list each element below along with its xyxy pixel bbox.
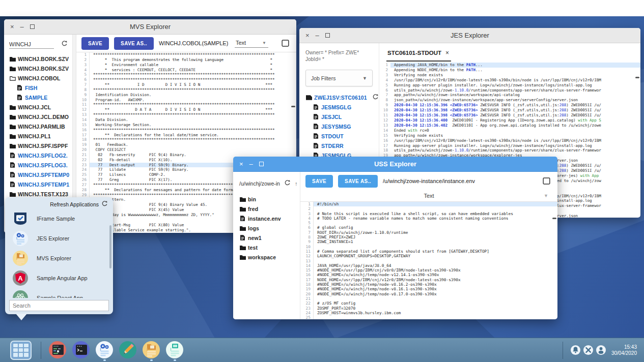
refresh-applications-label[interactable]: Refresh Applications (50, 201, 99, 207)
editor-scrollbar-thumb[interactable] (291, 106, 295, 107)
launcher-app-jes-explorer[interactable]: JES Explorer (5, 228, 113, 248)
jes-titlebar[interactable]: × – JES Explorer (299, 28, 640, 43)
line-number: 8 (76, 87, 90, 93)
line-number: 19 (300, 287, 314, 291)
line-text: /usr/lpp/IBM/cnj/v12r0/IBM/node-latest-o… (390, 138, 640, 143)
uss-path-input[interactable]: /u/winchj/zowe-in (239, 180, 280, 187)
taskbar-pencil-editor-icon[interactable] (119, 341, 137, 361)
line-number: 24 (300, 311, 314, 315)
launcher-app-mvs-explorer[interactable]: MVS Explorer (5, 248, 113, 268)
taskbar-jes-gears-icon[interactable] (95, 341, 114, 361)
mvs-titlebar[interactable]: × – MVS Explorer (4, 19, 296, 35)
open-in-new-icon[interactable] (282, 40, 289, 47)
app-search-input[interactable] (9, 300, 109, 311)
code-line: 4# TODO LATER - rename variable names to… (300, 216, 557, 221)
uss-titlebar[interactable]: × – USS Explorer (233, 157, 557, 172)
tree-item[interactable]: WINCHJ.JCL.DEMO (9, 112, 76, 122)
editor-scrollbar-thumb[interactable] (552, 218, 556, 219)
refresh-icon[interactable] (61, 40, 68, 49)
launcher-scrollbar[interactable] (109, 225, 111, 268)
tree-item[interactable]: JESMSGLG (305, 102, 375, 112)
launcher-app-sample-angular-app[interactable]: ASample Angular App (5, 268, 113, 288)
tree-item[interactable]: WINCHJ.JCL (9, 102, 76, 112)
tree-item[interactable]: WINCHJ.BORK.SZV (9, 54, 76, 64)
tree-item[interactable]: JESYSMSG (305, 122, 375, 131)
save-as-button[interactable]: SAVE AS.. (114, 37, 154, 50)
taskbar-mvs-folder-icon[interactable] (142, 341, 160, 361)
minimize-icon[interactable]: – (20, 23, 24, 30)
clock: 15:43 30/04/2020 (611, 344, 637, 356)
close-icon[interactable]: × (445, 49, 449, 56)
code-line: 5***************************************… (76, 72, 296, 77)
tree-item[interactable]: instance.env (239, 214, 300, 223)
tree-item[interactable]: WINCHJ.SPFLOG3. (9, 160, 76, 170)
close-icon[interactable]: × (10, 23, 14, 30)
tree-item[interactable]: WINCHJ.PARMLIB (9, 122, 76, 131)
code-line: 23ZOSMF_PORT=32070 (300, 306, 557, 311)
tree-item[interactable]: JESJCL (305, 112, 375, 122)
line-number: 3 (379, 73, 390, 78)
tree-item[interactable]: WINCHJ.SPFTEMP0 (9, 170, 76, 179)
line-text: Verifying node exists (390, 133, 640, 138)
line-text: Working-Storage Section. (90, 123, 296, 128)
tree-item[interactable]: WINCHJ.PL1 (9, 131, 76, 141)
taskbar-red-editor-icon[interactable] (48, 341, 67, 361)
editor-scrollbar-thumb[interactable] (635, 77, 639, 78)
spool-file-tab[interactable]: STC06101-STDOUT × (386, 48, 451, 62)
job-filters-accordion[interactable]: Job Filters ▼ (305, 70, 373, 86)
tree-item[interactable]: new1 (239, 233, 300, 243)
maximize-icon[interactable] (259, 162, 264, 166)
user-icon[interactable] (596, 345, 606, 355)
tree-item[interactable]: test (239, 243, 300, 252)
tree-item[interactable]: STDOUT (305, 131, 375, 141)
open-in-new-icon[interactable] (543, 177, 550, 185)
bell-icon[interactable] (570, 345, 581, 355)
code-line: 7app_path=/u/winchj/zowe-instance/worksp… (379, 93, 640, 98)
close-icon[interactable]: × (239, 161, 243, 167)
minimize-icon[interactable]: – (316, 32, 319, 39)
save-button[interactable]: SAVE (81, 37, 109, 50)
code-line: 22# z/OS MF config (300, 301, 557, 306)
refresh-icon[interactable] (284, 179, 291, 188)
folder-icon (239, 255, 246, 260)
tree-item[interactable]: logs (239, 223, 300, 233)
launcher-app-iframe-sample[interactable]: IFrame Sample (5, 208, 113, 228)
tools-icon[interactable] (583, 345, 594, 355)
refresh-icon[interactable] (101, 200, 108, 208)
tree-item[interactable]: STDERR (305, 141, 375, 150)
tree-item[interactable]: WINCHJ.SPFTEMP1 (9, 179, 76, 189)
tree-item[interactable]: WINCHJ.SPF.ISPPF (9, 141, 76, 150)
save-as-button[interactable]: SAVE AS.. (338, 175, 378, 188)
line-text: ****************************************… (90, 77, 296, 82)
minimize-icon[interactable]: – (249, 161, 253, 167)
line-number: 18 (76, 137, 90, 142)
up-directory-icon[interactable]: ↑ (295, 180, 298, 187)
app-launcher-button[interactable] (10, 341, 32, 360)
taskbar-terminal-icon[interactable] (72, 341, 90, 361)
line-number: 17 (76, 133, 90, 138)
tree-item[interactable]: WINCHJ.COBOL (9, 73, 76, 83)
taskbar-uss-dataset-icon[interactable] (165, 341, 184, 361)
tree-item[interactable]: FISH (9, 83, 76, 93)
close-icon[interactable]: × (305, 32, 310, 39)
maximize-icon[interactable] (30, 24, 35, 29)
line-text: #NODE_HOME=/u/winchj/temp/node-v8.16.1-o… (314, 287, 557, 291)
launcher-app-sample-react-app[interactable]: Sample React App (5, 288, 113, 298)
tree-item[interactable]: workspace (239, 252, 300, 262)
tree-item[interactable]: WINCHJ.SPFLOG2. (9, 150, 76, 160)
tree-item[interactable]: WINCHJ.BORK.SZV (9, 64, 76, 73)
syntax-mode-select[interactable]: Text ▼ (300, 190, 557, 201)
taskbar-divider (41, 342, 41, 359)
tree-item[interactable]: SAMPLE (9, 93, 76, 102)
line-number: 16 (379, 138, 390, 143)
refresh-icon[interactable] (372, 93, 379, 102)
tree-item[interactable]: ZWEJ1SV:STC06101 (305, 93, 375, 102)
uss-code-area[interactable]: 1#!/bin/sh2 3# Note this script is execu… (300, 201, 557, 319)
line-text: ****************************************… (90, 112, 296, 117)
maximize-icon[interactable] (325, 33, 330, 38)
syntax-mode-select[interactable]: Text ▼ (235, 39, 268, 48)
dataset-filter-input[interactable] (9, 40, 54, 49)
tree-item[interactable]: bin (239, 194, 300, 204)
tree-item[interactable]: fred (239, 204, 300, 214)
save-button[interactable]: SAVE (305, 175, 333, 188)
